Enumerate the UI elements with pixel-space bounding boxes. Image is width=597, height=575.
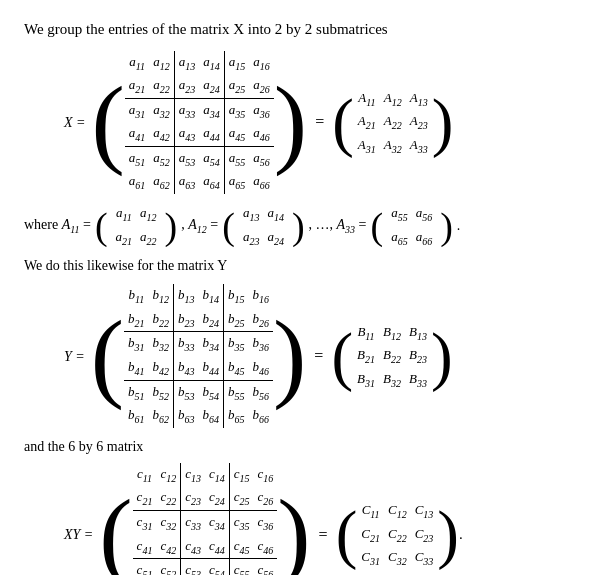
table-row: C21 C22 C23	[357, 523, 437, 547]
x-equation: X = ( a11 a12 a13 a14 a15 a16 a21 a22 a2…	[64, 51, 573, 195]
table-row: A21 A22 A23	[354, 110, 432, 134]
x-big-paren-right: )	[274, 81, 307, 163]
a33-paren-left: (	[371, 210, 384, 242]
table-row: C31 C32 C33	[357, 546, 437, 570]
xy-big-paren-left: (	[99, 494, 132, 575]
table-row: a21 a22 a23 a24 a25 a26	[125, 74, 274, 98]
xy-equation: XY = ( c11 c12 c13 c14 c15 c16 c21 c22 c…	[64, 463, 573, 575]
table-row: B31 B32 B33	[353, 368, 431, 392]
a12-paren-right: )	[292, 210, 305, 242]
y-equals: =	[314, 344, 323, 368]
table-row: a51 a52 a53 a54 a55 a56	[125, 146, 274, 170]
x-big-paren-left: (	[92, 81, 125, 163]
a11-paren-right: )	[165, 210, 178, 242]
b-3x3-paren-left: (	[331, 329, 353, 384]
a-3x3-paren-right: )	[432, 95, 454, 150]
table-row: b51 b52 b53 b54 b55 b56	[124, 380, 273, 404]
b-3x3-paren-right: )	[431, 329, 453, 384]
table-row: a61 a62 a63 a64 a65 a66	[125, 170, 274, 194]
table-row: A11 A12 A13	[354, 87, 432, 111]
x-label: X =	[64, 112, 86, 133]
c-3x3-paren-left: (	[336, 507, 358, 562]
table-row: c31 c32 c33 c34 c35 c36	[133, 511, 278, 535]
y-big-paren-right: )	[273, 315, 306, 397]
xy-label: XY =	[64, 524, 93, 545]
a11-paren-left: (	[95, 210, 108, 242]
where-line: where A11 = ( a11 a12 a21 a22 ) , A12 = …	[24, 202, 573, 249]
table-row: a41 a42 a43 a44 a45 a46	[125, 122, 274, 146]
equals-sign: =	[315, 110, 324, 134]
table-row: b11 b12 b13 b14 b15 b16	[124, 284, 273, 308]
table-row: B21 B22 B23	[353, 344, 431, 368]
a12-matrix: a13 a14 a23 a24	[239, 202, 288, 249]
table-row: C11 C12 C13	[357, 499, 437, 523]
table-row: b61 b62 b63 b64 b65 b66	[124, 404, 273, 428]
table-row: a11 a12 a13 a14 a15 a16	[125, 51, 274, 75]
dots-a33: , …, A33 =	[309, 214, 367, 237]
table-row: c11 c12 c13 c14 c15 c16	[133, 463, 278, 487]
table-row: a21 a22	[112, 226, 161, 250]
y-big-paren-left: (	[91, 315, 124, 397]
table-row: b41 b42 b43 b44 b45 b46	[124, 356, 273, 380]
table-row: c21 c22 c23 c24 c25 c26	[133, 486, 278, 510]
table-row: A31 A32 A33	[354, 134, 432, 158]
table-row: a31 a32 a33 a34 a35 a36	[125, 98, 274, 122]
a-3x3-matrix: A11 A12 A13 A21 A22 A23 A31 A32 A33	[354, 87, 432, 158]
likewise-text: We do this likewise for the matrix Y	[24, 255, 573, 276]
table-row: a65 a66	[387, 226, 436, 250]
c-3x3-paren-right: )	[437, 507, 459, 562]
period-where: .	[457, 215, 461, 236]
a33-paren-right: )	[440, 210, 453, 242]
comma-a12: , A12 =	[181, 214, 218, 237]
a-3x3-paren-left: (	[332, 95, 354, 150]
c-period: .	[459, 523, 463, 546]
xy-big-paren-right: )	[277, 494, 310, 575]
table-row: a55 a56	[387, 202, 436, 226]
table-row: c51 c52 c53 c54 c55 c56	[133, 559, 278, 575]
xy-equals: =	[319, 523, 328, 547]
intro-text: We group the entries of the matrix X int…	[24, 18, 573, 41]
xy-big-matrix: c11 c12 c13 c14 c15 c16 c21 c22 c23 c24 …	[133, 463, 278, 575]
where-text: where A11 =	[24, 214, 91, 237]
table-row: c41 c42 c43 c44 c45 c46	[133, 535, 278, 559]
a33-matrix: a55 a56 a65 a66	[387, 202, 436, 249]
table-row: B11 B12 B13	[353, 321, 431, 345]
main-content: We group the entries of the matrix X int…	[24, 18, 573, 575]
table-row: b21 b22 b23 b24 b25 b26	[124, 308, 273, 332]
y-label: Y =	[64, 346, 85, 367]
a12-paren-left: (	[222, 210, 235, 242]
y-equation: Y = ( b11 b12 b13 b14 b15 b16 b21 b22 b2…	[64, 284, 573, 428]
table-row: a13 a14	[239, 202, 288, 226]
table-row: a11 a12	[112, 202, 161, 226]
c-3x3-matrix: C11 C12 C13 C21 C22 C23 C31 C32 C33	[357, 499, 437, 570]
b-3x3-matrix: B11 B12 B13 B21 B22 B23 B31 B32 B33	[353, 321, 431, 392]
x-big-matrix: a11 a12 a13 a14 a15 a16 a21 a22 a23 a24 …	[125, 51, 274, 195]
table-row: a23 a24	[239, 226, 288, 250]
y-big-matrix: b11 b12 b13 b14 b15 b16 b21 b22 b23 b24 …	[124, 284, 273, 428]
a11-matrix: a11 a12 a21 a22	[112, 202, 161, 249]
table-row: b31 b32 b33 b34 b35 b36	[124, 332, 273, 356]
and-text: and the 6 by 6 matrix	[24, 436, 573, 457]
